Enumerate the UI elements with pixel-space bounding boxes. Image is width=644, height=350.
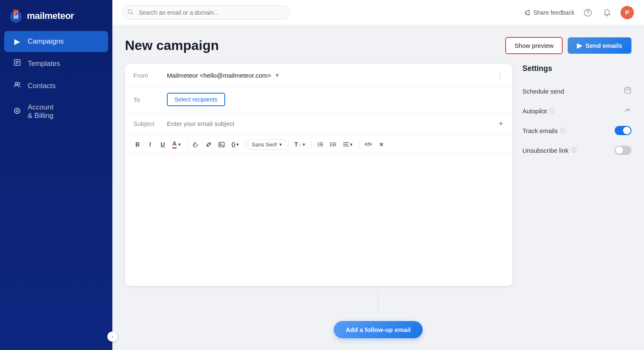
svg-text:3: 3 <box>317 144 319 147</box>
show-preview-button[interactable]: Show preview <box>505 37 563 54</box>
from-value: Mailmeteor <hello@mailmeteor.com> <box>167 72 271 79</box>
help-button[interactable] <box>582 7 594 18</box>
text-color-button[interactable]: A ▼ <box>169 138 184 150</box>
follow-up-divider <box>378 289 379 314</box>
track-emails-item: Track emails ⓘ <box>522 121 631 141</box>
schedule-send-icon[interactable] <box>624 86 631 96</box>
track-emails-toggle[interactable] <box>615 126 631 135</box>
svg-point-8 <box>15 108 20 113</box>
topbar: Share feedback P <box>112 0 644 25</box>
sidebar-item-account-billing[interactable]: Account& Billing <box>4 97 108 126</box>
page-title: New campaign <box>125 38 219 53</box>
sidebar-item-templates[interactable]: Templates <box>4 53 108 74</box>
user-avatar[interactable]: P <box>621 6 634 19</box>
send-icon: ▶ <box>577 42 582 50</box>
svg-point-6 <box>15 82 18 85</box>
sidebar-item-contacts[interactable]: Contacts <box>4 75 108 97</box>
select-recipients-button[interactable]: Select recipients <box>167 93 225 106</box>
settings-title: Settings <box>522 64 631 73</box>
ordered-list-button[interactable]: 123 <box>314 138 326 150</box>
page-content: New campaign Show preview ▶ Send emails … <box>112 25 644 350</box>
autopilot-info-icon[interactable]: ⓘ <box>549 107 555 115</box>
track-emails-info-icon[interactable]: ⓘ <box>560 127 566 134</box>
from-dropdown-arrow[interactable]: ▼ <box>275 72 280 78</box>
campaigns-icon: ▶ <box>13 37 22 46</box>
svg-point-19 <box>220 143 221 144</box>
account-billing-icon <box>13 107 22 117</box>
share-feedback-button[interactable]: Share feedback <box>524 9 574 16</box>
sidebar-item-account-billing-label: Account& Billing <box>28 103 53 120</box>
ai-sparkle-icon[interactable]: ✦ <box>498 119 504 128</box>
add-followup-button[interactable]: Add a follow-up email <box>334 321 422 338</box>
subject-label: Subject <box>133 120 167 127</box>
font-family-label: Sans Serif <box>252 141 277 148</box>
svg-line-15 <box>132 13 133 15</box>
toolbar-sep-3 <box>289 140 289 149</box>
sidebar-nav: ▶ Campaigns Templates Contacts Account& … <box>0 30 112 127</box>
unsubscribe-link-item: Unsubscribe link ⓘ <box>522 141 631 160</box>
main-area: Share feedback P New campaign Show previ… <box>112 0 644 350</box>
unordered-list-button[interactable] <box>327 138 339 150</box>
underline-button[interactable]: U <box>157 138 169 150</box>
page-header: New campaign Show preview ▶ Send emails <box>125 37 631 54</box>
autopilot-label: Autopilot ⓘ <box>522 107 555 115</box>
variables-button[interactable]: {} ▼ <box>229 138 242 150</box>
clear-format-button[interactable]: ✕ <box>376 138 387 150</box>
sidebar-item-campaigns-label: Campaigns <box>28 37 64 46</box>
font-family-chevron: ▼ <box>278 142 283 147</box>
email-composer: From Mailmeteor <hello@mailmeteor.com> ▼… <box>125 64 512 286</box>
send-emails-label: Send emails <box>585 42 622 49</box>
subject-field: Subject ✦ <box>125 112 512 135</box>
share-feedback-label: Share feedback <box>533 9 574 16</box>
svg-point-7 <box>18 83 20 85</box>
unsubscribe-link-toggle[interactable] <box>615 146 631 155</box>
track-emails-toggle-knob <box>623 127 631 134</box>
svg-point-27 <box>330 144 331 145</box>
from-content: Mailmeteor <hello@mailmeteor.com> ▼ <box>167 72 496 79</box>
autopilot-item: Autopilot ⓘ <box>522 101 631 121</box>
svg-point-9 <box>16 110 18 112</box>
align-button[interactable]: ▼ <box>340 138 356 150</box>
unsubscribe-info-icon[interactable]: ⓘ <box>571 146 576 154</box>
search-input[interactable] <box>122 5 290 20</box>
svg-point-26 <box>330 142 331 144</box>
sidebar-collapse-button[interactable]: ‹ <box>107 332 117 342</box>
unsubscribe-link-label: Unsubscribe link ⓘ <box>522 146 576 154</box>
subject-input[interactable] <box>167 120 498 127</box>
subject-content <box>167 120 498 127</box>
svg-rect-35 <box>625 88 631 93</box>
email-editor-body[interactable] <box>125 154 512 286</box>
toolbar-sep-4 <box>311 140 312 149</box>
logo-icon: M <box>8 8 23 24</box>
templates-icon <box>13 59 22 68</box>
settings-panel: Settings Schedule send Autopilot ⓘ <box>522 64 631 286</box>
bold-button[interactable]: B <box>132 138 143 150</box>
header-actions: Show preview ▶ Send emails <box>505 37 631 54</box>
sidebar-item-campaigns[interactable]: ▶ Campaigns <box>4 31 108 52</box>
sidebar-item-templates-label: Templates <box>28 60 60 68</box>
attachment-button[interactable] <box>190 138 202 150</box>
track-emails-label: Track emails ⓘ <box>522 127 566 134</box>
sidebar: M mailmeteor ▶ Campaigns Templates Conta… <box>0 0 112 350</box>
autopilot-icon[interactable] <box>624 106 631 115</box>
search-icon <box>127 9 133 16</box>
composer-wrapper: From Mailmeteor <hello@mailmeteor.com> ▼… <box>125 64 631 286</box>
code-button[interactable]: </> <box>362 138 375 150</box>
logo-text: mailmeteor <box>27 10 74 21</box>
sidebar-item-contacts-label: Contacts <box>28 82 56 90</box>
font-family-selector[interactable]: Sans Serif ▼ <box>248 139 286 150</box>
from-field: From Mailmeteor <hello@mailmeteor.com> ▼… <box>125 64 512 87</box>
notifications-button[interactable] <box>601 7 613 18</box>
to-content: Select recipients <box>167 93 504 106</box>
send-emails-button[interactable]: ▶ Send emails <box>568 37 631 54</box>
more-options-icon[interactable]: ⋮ <box>496 71 504 80</box>
font-size-selector[interactable]: T ↕ ▼ <box>292 139 308 149</box>
link-button[interactable] <box>203 138 215 150</box>
image-button[interactable] <box>216 138 228 150</box>
toolbar-sep-1 <box>187 140 187 149</box>
to-label: To <box>133 96 167 103</box>
toolbar-sep-5 <box>359 140 359 149</box>
italic-button[interactable]: I <box>144 138 156 150</box>
search-box <box>122 5 290 20</box>
unsubscribe-link-toggle-knob <box>615 146 623 154</box>
